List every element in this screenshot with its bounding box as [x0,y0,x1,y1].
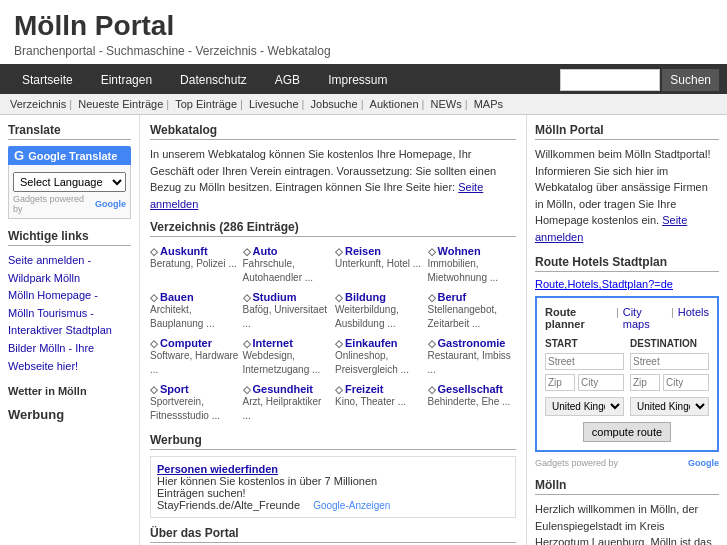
category-item: ◇GastronomieRestaurant, Imbiss ... [428,337,517,377]
link-tourismus[interactable]: Mölln Tourismus - Interaktiver Stadtplan [8,305,131,340]
category-sub: Arzt, Heilpraktiker ... [243,395,332,423]
diamond-icon: ◇ [428,292,436,303]
start-country-select[interactable]: United Kingdom [545,397,624,416]
dest-zip-input[interactable] [630,374,660,391]
molln-text-title: Mölln [535,478,719,495]
category-sub: Fahrschule, Autohaendler ... [243,257,332,285]
tab-city-maps[interactable]: City maps [623,306,667,330]
category-link[interactable]: ◇Internet [243,337,332,349]
dest-city-input[interactable] [663,374,709,391]
category-link[interactable]: ◇Sport [150,383,239,395]
compute-route-button[interactable]: compute route [583,422,671,442]
category-link[interactable]: ◇Gastronomie [428,337,517,349]
translate-section: Translate G Google Translate Select Lang… [8,123,131,219]
tab-hotels[interactable]: Hotels [678,306,709,330]
search-input[interactable] [560,69,660,91]
nav-startseite[interactable]: Startseite [8,66,87,94]
category-sub: Stellenangebot, Zeitarbeit ... [428,303,517,331]
category-item: ◇GesellschaftBehinderte, Ehe ... [428,383,517,423]
subnav-auktionen[interactable]: Auktionen [370,98,428,110]
subnav-neueste[interactable]: Neueste Einträge [78,98,172,110]
category-link[interactable]: ◇Bauen [150,291,239,303]
route-link: Route,Hotels,Stadtplan?=de [535,278,719,290]
molln-text: Herzlich willkommen in Mölln, der Eulens… [535,501,719,545]
category-link[interactable]: ◇Computer [150,337,239,349]
start-street-input[interactable] [545,353,624,370]
nav-datenschutz[interactable]: Datenschutz [166,66,261,94]
subnav-news[interactable]: NEWs [431,98,471,110]
category-link[interactable]: ◇Auskunft [150,245,239,257]
subnav-top[interactable]: Top Einträge [175,98,246,110]
category-grid: ◇AuskunftBeratung, Polizei ...◇AutoFahrs… [150,245,516,423]
uber-title: Über das Portal [150,526,516,543]
diamond-icon: ◇ [243,292,251,303]
category-link[interactable]: ◇Beruf [428,291,517,303]
category-link[interactable]: ◇Studium [243,291,332,303]
diamond-icon: ◇ [335,246,343,257]
google-translate-label: Google Translate [28,150,117,162]
wichtige-links-title: Wichtige links [8,229,131,246]
nav-agb[interactable]: AGB [261,66,314,94]
dest-country-select[interactable]: United Kingdom [630,397,709,416]
category-sub: Sportverein, Fitnessstudio ... [150,395,239,423]
route-link-anchor[interactable]: Route,Hotels,Stadtplan?=de [535,278,673,290]
category-link[interactable]: ◇Reisen [335,245,424,257]
link-wildpark[interactable]: Seite anmelden - Wildpark Mölln [8,252,131,287]
diamond-icon: ◇ [243,384,251,395]
category-link[interactable]: ◇Freizeit [335,383,424,395]
category-sub: Bafög, Universitaet ... [243,303,332,331]
category-item: ◇SportSportverein, Fitnessstudio ... [150,383,239,423]
link-bilder[interactable]: Bilder Mölln - Ihre Webseite hier! [8,340,131,375]
verzeichnis-title: Verzeichnis (286 Einträge) [150,220,516,237]
google-translate-bar: G Google Translate [8,146,131,165]
category-link[interactable]: ◇Wohnen [428,245,517,257]
start-zip-input[interactable] [545,374,575,391]
werbung-ad: Personen wiederfinden Hier können Sie ko… [150,456,516,518]
category-item: ◇ComputerSoftware, Hardware ... [150,337,239,377]
werbung-text2: Einträgen suchen! [157,487,246,499]
tab-route-planner[interactable]: Route planner [545,306,612,330]
start-label: START [545,338,578,349]
diamond-icon: ◇ [150,292,158,303]
category-item: ◇AuskunftBeratung, Polizei ... [150,245,239,285]
category-link[interactable]: ◇Auto [243,245,332,257]
search-button[interactable]: Suchen [662,69,719,91]
start-city-input[interactable] [578,374,624,391]
sub-nav: Verzeichnis Neueste Einträge Top Einträg… [0,94,727,115]
webkatalog-desc: In unserem Webkatalog können Sie kostenl… [150,146,516,212]
link-homepage[interactable]: Mölln Homepage - [8,287,131,305]
subnav-jobsuche[interactable]: Jobsuche [311,98,367,110]
category-sub: Onlineshop, Preisvergleich ... [335,349,424,377]
diamond-icon: ◇ [150,338,158,349]
diamond-icon: ◇ [150,384,158,395]
werbung-link[interactable]: Personen wiederfinden [157,463,278,475]
werbung-left: Werbung [8,407,131,422]
start-street-col [545,353,624,370]
category-link[interactable]: ◇Gesellschaft [428,383,517,395]
translate-footer: Gadgets powered by Google [13,194,126,214]
molln-portal-text: Willkommen beim Mölln Stadtportal! Infor… [535,146,719,245]
category-item: ◇ReisenUnterkunft, Hotel ... [335,245,424,285]
category-link[interactable]: ◇Einkaufen [335,337,424,349]
subnav-verzeichnis[interactable]: Verzeichnis [10,98,75,110]
diamond-icon: ◇ [335,292,343,303]
category-link[interactable]: ◇Bildung [335,291,424,303]
wichtige-links-section: Wichtige links Seite anmelden - Wildpark… [8,229,131,375]
category-link[interactable]: ◇Gesundheit [243,383,332,395]
google-g-icon: G [14,148,24,163]
diamond-icon: ◇ [150,246,158,257]
subnav-maps[interactable]: MAPs [474,98,503,110]
category-item: ◇WohnenImmobilien, Mietwohnung ... [428,245,517,285]
route-box: Route planner | City maps | Hotels START… [535,296,719,452]
werbung-left-title: Werbung [8,407,131,422]
category-sub: Architekt, Bauplanung ... [150,303,239,331]
right-sidebar: Mölln Portal Willkommen beim Mölln Stadt… [527,115,727,545]
nav-eintragen[interactable]: Eintragen [87,66,166,94]
nav-impressum[interactable]: Impressum [314,66,401,94]
route-country-row: United Kingdom United Kingdom [545,395,709,416]
subnav-livesuche[interactable]: Livesuche [249,98,308,110]
start-zip-city-col [545,374,624,391]
dest-street-input[interactable] [630,353,709,370]
category-sub: Weiterbildung, Ausbildung ... [335,303,424,331]
language-select[interactable]: Select Language [13,172,126,192]
